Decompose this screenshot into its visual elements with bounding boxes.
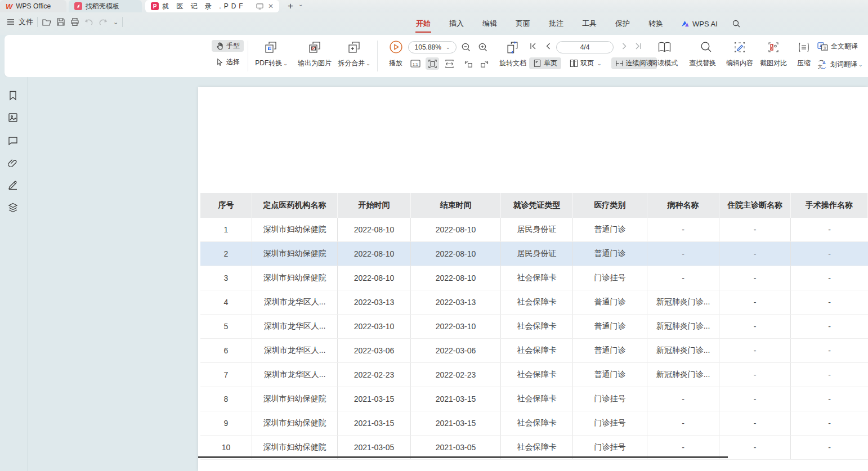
search-icon[interactable] — [732, 19, 741, 28]
quick-access-chevron-icon[interactable]: ⌄ — [113, 19, 118, 26]
table-cell: - — [791, 242, 868, 266]
table-row: 3深圳市妇幼保健院2022-08-102022-08-10社会保障卡门诊挂号--… — [200, 266, 868, 290]
table-cell: 普通门诊 — [573, 290, 647, 314]
redo-icon[interactable] — [98, 17, 108, 27]
table-row: 4深圳市龙华区人...2022-03-132022-03-13社会保障卡普通门诊… — [200, 290, 868, 315]
edit-content-button[interactable]: 编辑内容 — [721, 59, 759, 68]
export-image-button[interactable]: 输出为图片 — [294, 59, 335, 68]
split-merge-icon — [340, 41, 368, 54]
table-cell: 2021-03-15 — [411, 387, 501, 411]
table-cell: - — [791, 218, 868, 241]
table-cell: - — [719, 387, 791, 411]
attachment-icon[interactable] — [7, 158, 19, 169]
previous-page-icon[interactable] — [544, 42, 552, 50]
table-cell: 2022-02-23 — [338, 363, 411, 387]
table-cell: - — [791, 339, 868, 362]
new-tab-button[interactable]: + — [285, 0, 296, 12]
table-cell: - — [719, 436, 791, 459]
table-cell: 2022-08-10 — [411, 218, 501, 241]
tab-docer-templates[interactable]: 找稻壳模板 — [69, 0, 142, 12]
compress-button[interactable]: 压缩 — [789, 59, 818, 68]
double-page-button[interactable]: 双页⌄ — [566, 57, 606, 69]
zoom-level-select[interactable]: 105.88%⌄ — [408, 41, 457, 53]
single-page-button[interactable]: 单页 — [529, 57, 561, 69]
actual-size-button[interactable]: 1:1 — [409, 57, 422, 70]
split-merge-button[interactable]: 拆分合并⌄ — [334, 59, 374, 68]
tab-wps-office[interactable]: W WPS Office — [0, 0, 66, 12]
table-header-cell: 结束时间 — [411, 193, 501, 218]
table-cell: - — [791, 363, 868, 387]
table-cell: 新冠肺炎门诊... — [647, 290, 719, 314]
ribbon-tab-tools[interactable]: 工具 — [581, 14, 597, 34]
pdf-page[interactable]: 序号定点医药机构名称开始时间结束时间就诊凭证类型医疗类别病种名称住院主诊断名称手… — [198, 87, 868, 471]
rotate-right-icon[interactable] — [477, 57, 491, 70]
word-translate-button[interactable]: 文A 划词翻译⌄ — [817, 60, 863, 69]
page-number-input[interactable]: 4/4 — [556, 41, 614, 53]
present-monitor-icon[interactable] — [256, 3, 263, 10]
zoom-out-icon[interactable] — [460, 42, 472, 53]
export-image-label: 输出为图片 — [298, 59, 332, 68]
ribbon-tab-home[interactable]: 开始 — [415, 14, 431, 34]
ribbon-tab-edit[interactable]: 编辑 — [482, 14, 498, 34]
table-cell: - — [719, 290, 791, 314]
comment-icon[interactable] — [7, 135, 19, 146]
rotate-left-icon[interactable] — [462, 57, 475, 70]
file-menu-button[interactable]: 文件 — [6, 17, 33, 27]
table-cell: 2021-03-05 — [338, 436, 411, 459]
open-file-icon[interactable] — [42, 17, 52, 27]
layers-icon[interactable] — [7, 202, 19, 213]
ribbon-tab-convert[interactable]: 转换 — [648, 14, 664, 34]
table-cell: 社会保障卡 — [501, 411, 573, 435]
find-replace-button[interactable]: 查找替换 — [683, 59, 722, 68]
table-cell: - — [719, 363, 791, 387]
ribbon-tab-protect[interactable]: 保护 — [615, 14, 630, 34]
fit-page-button[interactable] — [426, 57, 439, 70]
ribbon-tab-insert[interactable]: 插入 — [449, 14, 464, 34]
pdf-convert-button[interactable]: PDF转换⌄ — [252, 59, 290, 68]
fit-width-button[interactable] — [442, 57, 456, 70]
left-panel-strip — [0, 77, 28, 471]
table-cell: 社会保障卡 — [501, 290, 573, 314]
continuous-read-icon — [615, 59, 624, 68]
close-tab-icon[interactable]: ✕ — [268, 2, 274, 10]
table-cell: 2 — [200, 242, 252, 266]
chevron-down-icon: ⌄ — [366, 61, 370, 66]
thumbnail-icon[interactable] — [7, 112, 19, 123]
play-button[interactable]: 播放 — [385, 59, 406, 68]
chevron-down-icon: ⌄ — [446, 44, 450, 50]
ribbon-tab-comment[interactable]: 批注 — [548, 14, 564, 34]
table-cell: 9 — [200, 411, 252, 435]
undo-icon[interactable] — [84, 17, 94, 27]
wps-ai-button[interactable]: WPS AI — [681, 20, 718, 28]
table-cell: 3 — [200, 266, 252, 290]
print-icon[interactable] — [70, 17, 80, 27]
last-page-icon[interactable] — [634, 42, 642, 50]
tab-document-active[interactable]: P 就 医 记 录 .PDF ✕ — [145, 0, 279, 12]
rotate-document-button[interactable]: 旋转文档 — [495, 59, 530, 68]
table-cell: 4 — [200, 290, 252, 314]
table-cell: 深圳市妇幼保健院 — [252, 436, 338, 459]
tab-list-chevron-icon[interactable]: ⌄ — [298, 1, 303, 7]
table-cell: - — [791, 315, 868, 338]
zoom-in-icon[interactable] — [477, 42, 489, 53]
table-cell: - — [791, 436, 868, 459]
hand-tool-button[interactable]: 手型 — [212, 40, 244, 52]
save-icon[interactable] — [56, 17, 66, 27]
table-cell: 深圳市妇幼保健院 — [252, 411, 338, 435]
cursor-icon — [216, 58, 224, 66]
table-header-cell: 开始时间 — [338, 193, 411, 218]
svg-text:1:1: 1:1 — [413, 62, 418, 66]
table-cell: 6 — [200, 339, 252, 362]
compress-label: 压缩 — [797, 59, 811, 68]
signature-pen-icon[interactable] — [7, 180, 19, 191]
read-mode-button[interactable]: 阅读模式 — [646, 59, 682, 68]
table-row: 5深圳市龙华区人...2022-03-102022-03-10社会保障卡普通门诊… — [200, 315, 868, 339]
next-page-icon[interactable] — [620, 42, 628, 50]
bookmark-icon[interactable] — [7, 90, 19, 101]
table-cell: 10 — [200, 436, 252, 459]
first-page-icon[interactable] — [529, 42, 537, 50]
screenshot-compare-button[interactable]: 截图对比 — [754, 59, 793, 68]
full-translate-button[interactable]: A文 全文翻译 — [817, 42, 858, 51]
select-tool-button[interactable]: 选择 — [212, 56, 244, 68]
ribbon-tab-page[interactable]: 页面 — [515, 14, 531, 34]
